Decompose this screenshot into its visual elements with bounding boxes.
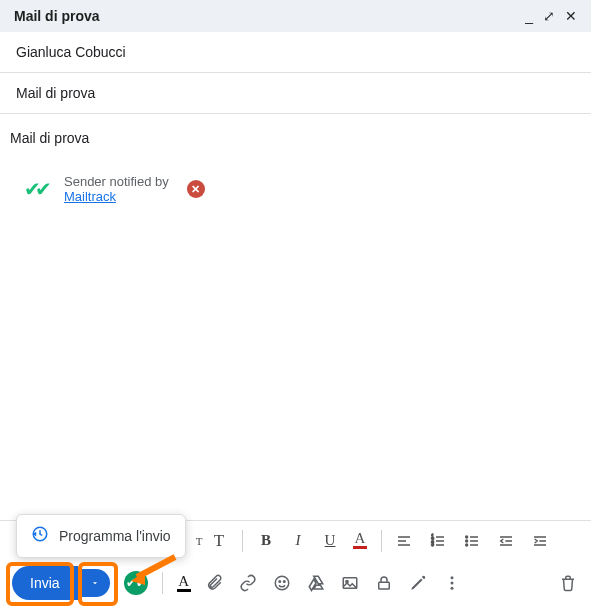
bottom-toolbars: Programma l'invio T T B I U A 123 Invia xyxy=(0,520,591,610)
message-body[interactable]: Mail di prova ✔✔ Sender notified by Mail… xyxy=(0,114,591,212)
bold-icon[interactable]: B xyxy=(257,532,275,549)
expand-icon[interactable]: ⤢ xyxy=(543,8,555,24)
window-controls: _ ⤢ ✕ xyxy=(525,8,577,24)
svg-rect-12 xyxy=(378,582,389,589)
numbered-list-icon[interactable]: 123 xyxy=(430,533,450,549)
svg-point-8 xyxy=(279,581,281,583)
send-button[interactable]: Invia xyxy=(12,566,78,600)
compose-header: Mail di prova _ ⤢ ✕ xyxy=(0,0,591,32)
svg-point-7 xyxy=(275,576,289,590)
svg-point-4 xyxy=(466,536,468,538)
underline-icon[interactable]: U xyxy=(321,532,339,549)
text-color-letter: A xyxy=(355,532,366,545)
link-icon[interactable] xyxy=(239,574,259,592)
font-size-up-icon[interactable]: T xyxy=(210,531,228,551)
close-icon[interactable]: ✕ xyxy=(565,8,577,24)
bullet-list-icon[interactable] xyxy=(464,533,484,549)
svg-point-15 xyxy=(450,587,453,590)
emoji-icon[interactable] xyxy=(273,574,293,592)
svg-point-13 xyxy=(450,576,453,579)
insert-image-icon[interactable] xyxy=(341,574,361,592)
svg-point-5 xyxy=(466,540,468,542)
discard-draft-icon[interactable] xyxy=(559,574,579,592)
schedule-icon xyxy=(31,525,49,547)
more-options-icon[interactable] xyxy=(443,574,463,592)
annotation-arrow xyxy=(125,551,180,594)
align-icon[interactable] xyxy=(396,533,416,549)
send-more-button[interactable] xyxy=(80,569,110,597)
body-text: Mail di prova xyxy=(10,130,89,146)
italic-icon[interactable]: I xyxy=(289,532,307,549)
svg-text:3: 3 xyxy=(431,542,434,547)
compose-title: Mail di prova xyxy=(14,8,100,24)
schedule-label: Programma l'invio xyxy=(59,528,171,544)
text-color-icon[interactable]: A xyxy=(353,532,367,549)
remove-tracker-icon[interactable]: ✕ xyxy=(187,180,205,198)
drive-icon[interactable] xyxy=(307,574,327,592)
attach-icon[interactable] xyxy=(205,574,225,592)
divider xyxy=(242,530,243,552)
send-button-group: Invia xyxy=(12,566,110,600)
formatting-toolbar: Programma l'invio T T B I U A 123 xyxy=(0,520,591,560)
signature-pen-icon[interactable] xyxy=(409,574,429,592)
svg-point-14 xyxy=(450,582,453,585)
indent-less-icon[interactable] xyxy=(498,533,518,549)
double-check-icon: ✔✔ xyxy=(24,177,46,201)
tracker-text: Sender notified by Mailtrack xyxy=(64,174,169,204)
recipient-value: Gianluca Cobucci xyxy=(16,44,126,60)
divider xyxy=(381,530,382,552)
font-size-down-icon[interactable]: T xyxy=(190,535,208,547)
indent-more-icon[interactable] xyxy=(532,533,552,549)
svg-point-6 xyxy=(466,544,468,546)
subject-value: Mail di prova xyxy=(16,85,95,101)
tracker-brand-link[interactable]: Mailtrack xyxy=(64,189,116,204)
tracker-notified-label: Sender notified by xyxy=(64,174,169,189)
svg-point-9 xyxy=(283,581,285,583)
confidential-mode-icon[interactable] xyxy=(375,574,395,592)
subject-field[interactable]: Mail di prova xyxy=(0,73,591,114)
recipient-field[interactable]: Gianluca Cobucci xyxy=(0,32,591,73)
minimize-icon[interactable]: _ xyxy=(525,8,533,24)
action-toolbar: Invia ✔✔ A xyxy=(0,560,591,610)
tracker-signature: ✔✔ Sender notified by Mailtrack ✕ xyxy=(10,146,581,204)
